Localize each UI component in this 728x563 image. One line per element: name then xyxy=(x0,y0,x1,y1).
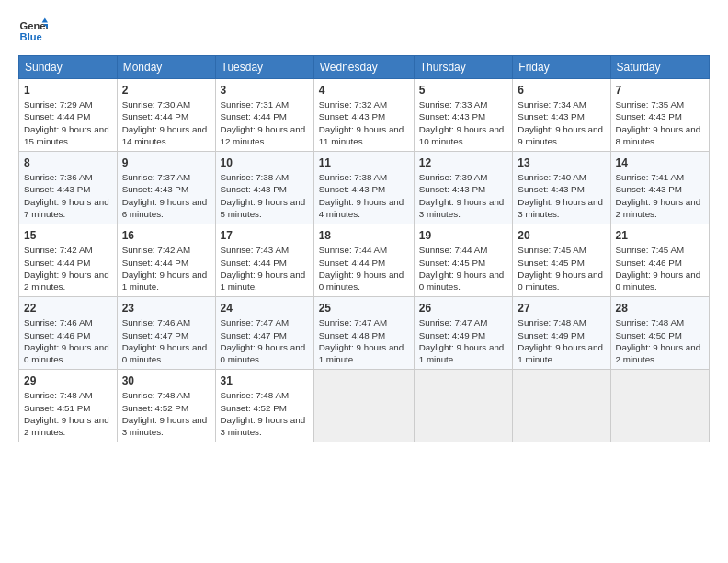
day-number: 11 xyxy=(319,155,409,170)
day-info: Sunrise: 7:29 AM Sunset: 4:44 PM Dayligh… xyxy=(24,98,112,147)
day-info: Sunrise: 7:45 AM Sunset: 4:46 PM Dayligh… xyxy=(616,244,704,293)
day-info: Sunrise: 7:39 AM Sunset: 4:43 PM Dayligh… xyxy=(419,171,508,220)
calendar-cell: 8Sunrise: 7:36 AM Sunset: 4:43 PM Daylig… xyxy=(19,152,118,224)
day-info: Sunrise: 7:47 AM Sunset: 4:48 PM Dayligh… xyxy=(319,316,409,365)
day-info: Sunrise: 7:40 AM Sunset: 4:43 PM Dayligh… xyxy=(518,171,605,220)
calendar-cell: 7Sunrise: 7:35 AM Sunset: 4:43 PM Daylig… xyxy=(610,79,709,152)
day-number: 16 xyxy=(122,228,210,243)
day-info: Sunrise: 7:34 AM Sunset: 4:43 PM Dayligh… xyxy=(518,98,605,147)
day-info: Sunrise: 7:35 AM Sunset: 4:43 PM Dayligh… xyxy=(616,98,704,147)
day-number: 30 xyxy=(122,373,210,388)
day-number: 14 xyxy=(616,155,704,170)
day-number: 6 xyxy=(518,83,605,98)
calendar-cell: 27Sunrise: 7:48 AM Sunset: 4:49 PM Dayli… xyxy=(513,297,610,370)
calendar: SundayMondayTuesdayWednesdayThursdayFrid… xyxy=(18,55,710,442)
calendar-cell: 29Sunrise: 7:48 AM Sunset: 4:51 PM Dayli… xyxy=(19,370,118,442)
week-row-2: 8Sunrise: 7:36 AM Sunset: 4:43 PM Daylig… xyxy=(19,152,710,224)
day-number: 13 xyxy=(518,155,605,170)
calendar-cell: 31Sunrise: 7:48 AM Sunset: 4:52 PM Dayli… xyxy=(215,370,313,442)
day-info: Sunrise: 7:46 AM Sunset: 4:46 PM Dayligh… xyxy=(24,316,112,365)
calendar-cell xyxy=(313,370,414,442)
day-number: 3 xyxy=(221,83,309,98)
day-number: 28 xyxy=(616,301,704,316)
calendar-cell: 21Sunrise: 7:45 AM Sunset: 4:46 PM Dayli… xyxy=(610,224,709,297)
day-info: Sunrise: 7:44 AM Sunset: 4:44 PM Dayligh… xyxy=(319,244,409,293)
header: General Blue xyxy=(18,17,710,46)
calendar-cell: 17Sunrise: 7:43 AM Sunset: 4:44 PM Dayli… xyxy=(215,224,313,297)
calendar-cell: 26Sunrise: 7:47 AM Sunset: 4:49 PM Dayli… xyxy=(414,297,513,370)
logo: General Blue xyxy=(18,17,51,46)
day-of-week-header: SundayMondayTuesdayWednesdayThursdayFrid… xyxy=(19,56,710,79)
logo-icon: General Blue xyxy=(18,17,48,46)
calendar-cell: 9Sunrise: 7:37 AM Sunset: 4:43 PM Daylig… xyxy=(117,152,215,224)
day-number: 27 xyxy=(518,301,605,316)
day-number: 17 xyxy=(221,228,309,243)
day-number: 19 xyxy=(419,228,508,243)
week-row-4: 22Sunrise: 7:46 AM Sunset: 4:46 PM Dayli… xyxy=(19,297,710,370)
day-info: Sunrise: 7:46 AM Sunset: 4:47 PM Dayligh… xyxy=(122,316,210,365)
week-row-5: 29Sunrise: 7:48 AM Sunset: 4:51 PM Dayli… xyxy=(19,370,710,442)
calendar-cell: 20Sunrise: 7:45 AM Sunset: 4:45 PM Dayli… xyxy=(513,224,610,297)
day-info: Sunrise: 7:38 AM Sunset: 4:43 PM Dayligh… xyxy=(221,171,309,220)
calendar-cell: 28Sunrise: 7:48 AM Sunset: 4:50 PM Dayli… xyxy=(610,297,709,370)
day-info: Sunrise: 7:48 AM Sunset: 4:49 PM Dayligh… xyxy=(518,316,605,365)
day-info: Sunrise: 7:32 AM Sunset: 4:43 PM Dayligh… xyxy=(319,98,409,147)
day-number: 21 xyxy=(616,228,704,243)
day-number: 7 xyxy=(616,83,704,98)
day-number: 31 xyxy=(221,373,309,388)
day-number: 20 xyxy=(518,228,605,243)
calendar-cell xyxy=(610,370,709,442)
dow-header-monday: Monday xyxy=(117,56,215,79)
day-info: Sunrise: 7:37 AM Sunset: 4:43 PM Dayligh… xyxy=(122,171,210,220)
day-info: Sunrise: 7:36 AM Sunset: 4:43 PM Dayligh… xyxy=(24,171,112,220)
page: General Blue SundayMondayTuesdayWednesda… xyxy=(0,0,728,452)
day-info: Sunrise: 7:31 AM Sunset: 4:44 PM Dayligh… xyxy=(221,98,309,147)
week-row-3: 15Sunrise: 7:42 AM Sunset: 4:44 PM Dayli… xyxy=(19,224,710,297)
day-number: 1 xyxy=(24,83,112,98)
day-info: Sunrise: 7:33 AM Sunset: 4:43 PM Dayligh… xyxy=(419,98,508,147)
calendar-cell: 5Sunrise: 7:33 AM Sunset: 4:43 PM Daylig… xyxy=(414,79,513,152)
day-number: 5 xyxy=(419,83,508,98)
calendar-cell: 13Sunrise: 7:40 AM Sunset: 4:43 PM Dayli… xyxy=(513,152,610,224)
calendar-body: 1Sunrise: 7:29 AM Sunset: 4:44 PM Daylig… xyxy=(19,79,710,442)
dow-header-thursday: Thursday xyxy=(414,56,513,79)
calendar-cell: 1Sunrise: 7:29 AM Sunset: 4:44 PM Daylig… xyxy=(19,79,118,152)
calendar-cell: 3Sunrise: 7:31 AM Sunset: 4:44 PM Daylig… xyxy=(215,79,313,152)
day-info: Sunrise: 7:43 AM Sunset: 4:44 PM Dayligh… xyxy=(221,244,309,293)
calendar-cell: 23Sunrise: 7:46 AM Sunset: 4:47 PM Dayli… xyxy=(117,297,215,370)
dow-header-friday: Friday xyxy=(513,56,610,79)
dow-header-tuesday: Tuesday xyxy=(215,56,313,79)
day-number: 29 xyxy=(24,373,112,388)
day-info: Sunrise: 7:47 AM Sunset: 4:49 PM Dayligh… xyxy=(419,316,508,365)
day-number: 12 xyxy=(419,155,508,170)
calendar-cell: 19Sunrise: 7:44 AM Sunset: 4:45 PM Dayli… xyxy=(414,224,513,297)
calendar-cell: 12Sunrise: 7:39 AM Sunset: 4:43 PM Dayli… xyxy=(414,152,513,224)
calendar-cell: 11Sunrise: 7:38 AM Sunset: 4:43 PM Dayli… xyxy=(313,152,414,224)
svg-text:Blue: Blue xyxy=(20,31,42,42)
day-number: 24 xyxy=(221,301,309,316)
day-info: Sunrise: 7:48 AM Sunset: 4:52 PM Dayligh… xyxy=(122,389,210,438)
day-number: 8 xyxy=(24,155,112,170)
day-info: Sunrise: 7:42 AM Sunset: 4:44 PM Dayligh… xyxy=(122,244,210,293)
day-info: Sunrise: 7:30 AM Sunset: 4:44 PM Dayligh… xyxy=(122,98,210,147)
day-number: 2 xyxy=(122,83,210,98)
week-row-1: 1Sunrise: 7:29 AM Sunset: 4:44 PM Daylig… xyxy=(19,79,710,152)
day-info: Sunrise: 7:41 AM Sunset: 4:43 PM Dayligh… xyxy=(616,171,704,220)
day-number: 25 xyxy=(319,301,409,316)
calendar-cell: 25Sunrise: 7:47 AM Sunset: 4:48 PM Dayli… xyxy=(313,297,414,370)
calendar-cell: 16Sunrise: 7:42 AM Sunset: 4:44 PM Dayli… xyxy=(117,224,215,297)
day-number: 26 xyxy=(419,301,508,316)
day-number: 4 xyxy=(319,83,409,98)
day-info: Sunrise: 7:42 AM Sunset: 4:44 PM Dayligh… xyxy=(24,244,112,293)
calendar-cell: 14Sunrise: 7:41 AM Sunset: 4:43 PM Dayli… xyxy=(610,152,709,224)
day-info: Sunrise: 7:48 AM Sunset: 4:52 PM Dayligh… xyxy=(221,389,309,438)
calendar-cell: 30Sunrise: 7:48 AM Sunset: 4:52 PM Dayli… xyxy=(117,370,215,442)
calendar-cell: 10Sunrise: 7:38 AM Sunset: 4:43 PM Dayli… xyxy=(215,152,313,224)
calendar-cell xyxy=(513,370,610,442)
day-number: 10 xyxy=(221,155,309,170)
day-info: Sunrise: 7:48 AM Sunset: 4:51 PM Dayligh… xyxy=(24,389,112,438)
day-number: 23 xyxy=(122,301,210,316)
day-number: 15 xyxy=(24,228,112,243)
dow-header-sunday: Sunday xyxy=(19,56,118,79)
calendar-cell: 22Sunrise: 7:46 AM Sunset: 4:46 PM Dayli… xyxy=(19,297,118,370)
